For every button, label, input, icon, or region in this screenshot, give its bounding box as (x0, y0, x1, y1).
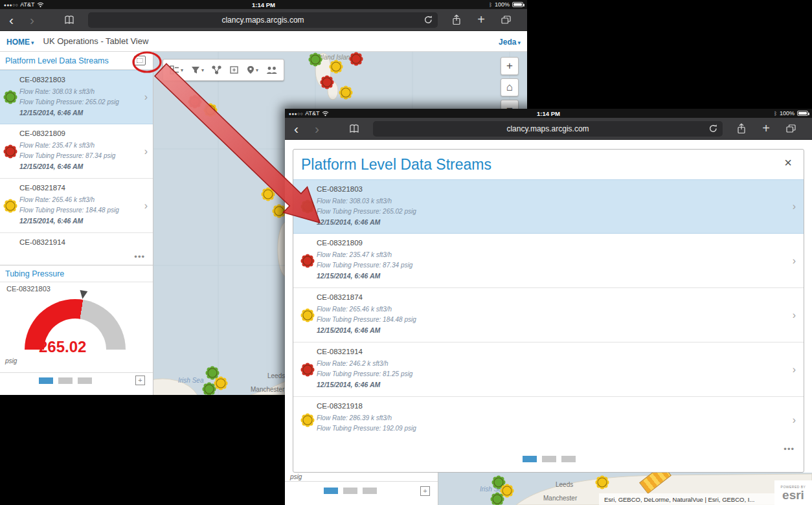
stream-id: CE-08321803 (317, 185, 363, 193)
pagination-dot[interactable] (58, 377, 73, 384)
stream-list: CE-08321803 Flow Rate: 308.03 k sft3/h F… (0, 70, 153, 233)
status-flower-icon (303, 365, 313, 374)
expand-panel-icon[interactable] (134, 56, 146, 65)
reload-icon[interactable] (708, 124, 718, 133)
back-button[interactable]: ‹ (294, 122, 315, 135)
new-tab-icon[interactable]: + (469, 12, 493, 27)
status-marker[interactable] (216, 379, 226, 388)
pagination-dot[interactable] (39, 377, 53, 384)
bookmarks-icon[interactable] (342, 124, 367, 133)
reload-icon[interactable] (423, 15, 433, 25)
status-flower-icon (303, 202, 313, 212)
esri-wordmark: esri (782, 489, 804, 500)
status-marker[interactable] (275, 207, 284, 216)
divider (0, 372, 153, 373)
chevron-right-icon[interactable]: › (144, 146, 148, 157)
zoom-in-button[interactable]: + (501, 57, 519, 75)
pagination-dot[interactable] (78, 377, 92, 384)
close-icon[interactable]: × (784, 156, 792, 169)
stream-id: CE-08321918 (317, 402, 363, 410)
legend-icon[interactable]: ▾ (170, 65, 183, 74)
battery-percent-label: 100% (780, 110, 795, 117)
stream-list-item[interactable]: CE-08321803 Flow Rate: 308.03 k sft3/h F… (293, 179, 804, 234)
pagination-dot[interactable] (324, 488, 338, 494)
more-button[interactable]: ••• (134, 252, 145, 262)
forward-button[interactable]: › (30, 13, 51, 27)
share-icon[interactable] (444, 14, 469, 25)
pagination-dot[interactable] (542, 456, 556, 462)
status-marker[interactable] (502, 486, 512, 496)
tubing-pressure-label: Flow Tubing Pressure: 87.34 psig (317, 262, 412, 269)
flow-rate-label: Flow Rate: 265.46 k sft3/h (317, 306, 392, 313)
pagination-dot[interactable] (343, 488, 357, 494)
pagination-dot[interactable] (363, 488, 377, 494)
chevron-right-icon[interactable]: › (793, 364, 796, 376)
workflow-icon[interactable] (212, 65, 221, 74)
bluetooth-icon: ᛒ (774, 111, 777, 117)
home-menu[interactable]: HOME▾ (6, 36, 34, 47)
extent-icon[interactable] (229, 65, 239, 74)
chevron-right-icon[interactable]: › (144, 91, 148, 103)
app-nav-bar: HOME▾ UK Operations - Tablet View Jeda▾ (0, 31, 527, 52)
status-marker[interactable] (598, 478, 607, 488)
new-tab-icon[interactable]: + (754, 121, 778, 136)
user-menu[interactable]: Jeda▾ (499, 36, 521, 47)
status-marker[interactable] (208, 368, 218, 378)
status-marker[interactable] (190, 97, 200, 107)
status-marker[interactable] (322, 78, 332, 87)
pagination-dot[interactable] (561, 456, 576, 462)
bookmarks-icon[interactable] (57, 15, 82, 25)
status-marker[interactable] (206, 106, 216, 115)
chevron-right-icon[interactable]: › (793, 309, 796, 321)
expand-widget-icon[interactable]: + (135, 376, 145, 385)
stream-list-item-partial[interactable]: CE-08321914 (0, 233, 153, 250)
stream-list-item[interactable]: CE-08321809 Flow Rate: 235.47 k sft3/h F… (0, 124, 153, 179)
address-bar[interactable]: clancy.maps.arcgis.com (373, 121, 723, 137)
status-marker[interactable] (264, 190, 273, 199)
map-toolbar: ▾ ▾ ▾ (163, 59, 284, 81)
home-extent-button[interactable]: ⌂ (501, 78, 519, 96)
status-marker[interactable] (311, 55, 321, 65)
flow-rate-label: Flow Rate: 235.47 k sft3/h (19, 142, 95, 149)
group-icon[interactable] (266, 66, 277, 74)
stream-list-item[interactable]: CE-08321803 Flow Rate: 308.03 k sft3/h F… (0, 70, 153, 124)
share-icon[interactable] (729, 123, 754, 134)
tubing-pressure-label: Flow Tubing Pressure: 87.34 psig (19, 152, 115, 159)
address-bar[interactable]: clancy.maps.arcgis.com (88, 12, 438, 28)
status-marker[interactable] (493, 495, 502, 504)
widget-pagination (39, 377, 92, 384)
chevron-right-icon[interactable]: › (793, 201, 796, 212)
flow-rate-label: Flow Rate: 308.03 k sft3/h (19, 88, 95, 95)
status-marker[interactable] (205, 385, 214, 394)
status-flower-icon (303, 310, 313, 320)
chevron-right-icon[interactable]: › (793, 255, 796, 267)
back-button[interactable]: ‹ (9, 13, 30, 27)
bookmark-pin-icon[interactable]: ▾ (247, 65, 258, 74)
chevron-right-icon[interactable]: › (793, 414, 796, 426)
map-canvas[interactable]: Irish SeaLeedsManchester Esri, GEBCO, De… (438, 473, 812, 505)
stream-id: CE-08321809 (317, 239, 363, 247)
status-marker[interactable] (494, 478, 504, 488)
more-button[interactable]: ••• (784, 444, 795, 454)
chevron-right-icon[interactable]: › (144, 200, 148, 212)
stream-list-item[interactable]: CE-08321809 Flow Rate: 235.47 k sft3/h F… (293, 234, 804, 288)
status-marker[interactable] (332, 62, 341, 72)
status-marker[interactable] (341, 88, 351, 98)
status-bar: ●●●○○ AT&T 1:14 PM ᛒ 100% (0, 0, 527, 9)
stream-list-item[interactable]: CE-08321918 Flow Rate: 286.39 k sft3/h F… (293, 397, 804, 443)
stream-list-item[interactable]: CE-08321874 Flow Rate: 265.46 k sft3/h F… (293, 288, 804, 342)
timestamp-label: 12/15/2014, 6:46 AM (19, 217, 83, 225)
expand-widget-icon[interactable]: + (420, 486, 430, 496)
tabs-icon[interactable] (778, 124, 803, 133)
stream-list-item[interactable]: CE-08321914 Flow Rate: 246.2 k sft3/h Fl… (293, 342, 804, 397)
filter-icon[interactable]: ▾ (191, 65, 204, 74)
tubing-pressure-label: Flow Tubing Pressure: 265.02 psig (19, 98, 119, 106)
forward-button[interactable]: › (315, 122, 335, 135)
stream-list-item[interactable]: CE-08321874 Flow Rate: 265.46 k sft3/h F… (0, 179, 153, 233)
pagination-dot[interactable] (523, 456, 537, 462)
underlying-gauge-panel: psig + (285, 473, 438, 505)
hazard-area-marker[interactable] (639, 473, 671, 494)
tabs-icon[interactable] (493, 15, 518, 25)
status-marker[interactable] (352, 54, 361, 64)
browser-toolbar: ‹ › clancy.maps.arcgis.com + (0, 9, 527, 31)
